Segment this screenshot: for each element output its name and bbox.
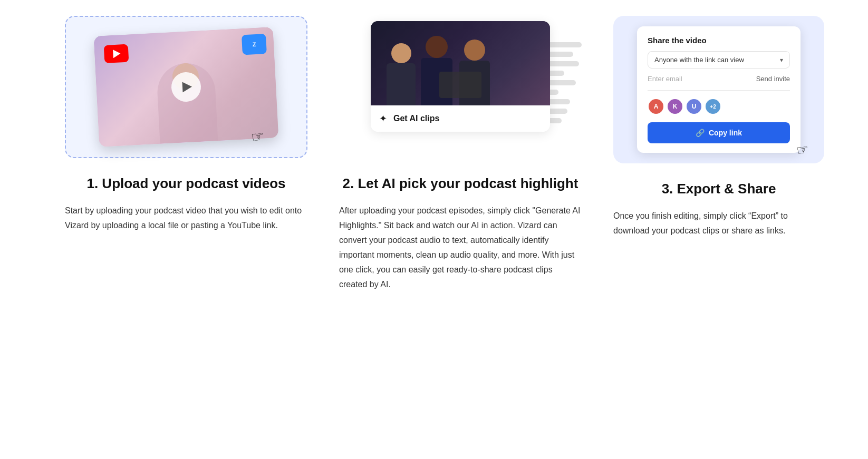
youtube-icon [104, 44, 129, 63]
step-2-body: After uploading your podcast episodes, s… [339, 203, 582, 292]
step-1-body: Start by uploading your podcast video th… [65, 203, 307, 233]
yt-play-icon [113, 49, 121, 58]
column-share: Share the video Anyone with the link can… [613, 16, 824, 292]
share-card-title: Share the video [648, 36, 790, 45]
copy-link-label: Copy link [709, 129, 742, 137]
copy-link-button[interactable]: 🔗 Copy link [648, 122, 790, 143]
play-icon [182, 81, 192, 92]
head [426, 36, 448, 58]
link-icon: 🔗 [696, 129, 705, 137]
share-card: Share the video Anyone with the link can… [637, 26, 801, 153]
send-invite-button[interactable]: Send invite [756, 75, 790, 83]
zoom-icon: Z [242, 34, 267, 55]
step-3-title: 3. Export & Share [662, 180, 776, 198]
main-content: Z ☞ 1. Upload your podcast videos Start … [65, 16, 803, 292]
ai-magic-icon: ✦ [379, 113, 387, 124]
ai-illustration: ✦ Get AI clips [339, 16, 582, 158]
dropdown-text: Anyone with the link can view [654, 56, 744, 64]
upload-illustration: Z ☞ [65, 16, 307, 158]
share-illustration: Share the video Anyone with the link can… [613, 16, 824, 163]
laptop [439, 72, 481, 98]
ai-card-photo [371, 21, 550, 105]
ai-button-label[interactable]: Get AI clips [393, 114, 439, 123]
body [387, 63, 416, 105]
head [464, 40, 485, 61]
head [391, 43, 411, 63]
column-ai: ✦ Get AI clips 2. Let AI pick your podca… [339, 16, 582, 292]
email-row: Enter email Send invite [648, 75, 790, 91]
person-1 [387, 43, 416, 105]
step-2-title: 2. Let AI pick your podcast highlight [343, 175, 578, 193]
avatar-overflow: +2 [705, 98, 721, 115]
chevron-down-icon: ▾ [780, 56, 783, 64]
avatar-2: K [667, 98, 683, 115]
permission-dropdown[interactable]: Anyone with the link can view ▾ [648, 51, 790, 69]
email-input-display[interactable]: Enter email [648, 75, 756, 83]
step-3-body: Once you finish editing, simply click “E… [613, 209, 824, 238]
ai-card-bottom: ✦ Get AI clips [371, 105, 550, 132]
ai-card: ✦ Get AI clips [371, 21, 550, 132]
column-upload: Z ☞ 1. Upload your podcast videos Start … [65, 16, 307, 292]
avatar-1: A [648, 98, 664, 115]
avatar-group: A K U +2 [648, 98, 790, 115]
zoom-label: Z [253, 41, 256, 47]
step-1-title: 1. Upload your podcast videos [86, 175, 285, 193]
avatar-3: U [686, 98, 702, 115]
